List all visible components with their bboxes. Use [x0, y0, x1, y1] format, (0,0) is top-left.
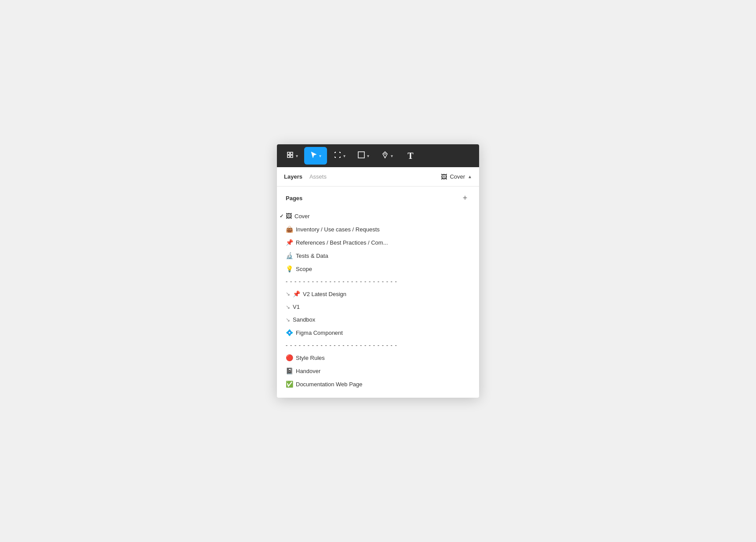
page-name-label: Tests & Data — [296, 253, 328, 259]
page-item-v1[interactable]: ↘V1 — [277, 300, 479, 313]
page-separator: - - - - - - - - - - - - - - - - - - - - … — [277, 339, 479, 351]
page-emoji-icon: 📓 — [286, 367, 293, 374]
page-item-tests[interactable]: 🔬Tests & Data — [277, 249, 479, 262]
svg-rect-2 — [287, 155, 290, 157]
pages-list: ✓🖼Cover👜Inventory / Use cases / Requests… — [277, 208, 479, 398]
text-icon: T — [407, 151, 413, 161]
page-name-label: Documentation Web Page — [296, 381, 363, 388]
page-item-documentation[interactable]: ✅Documentation Web Page — [277, 377, 479, 391]
page-name-label: Cover — [294, 213, 310, 220]
page-emoji-icon: 💡 — [286, 265, 293, 272]
pages-header: Pages + — [277, 187, 479, 208]
page-name-label: Figma Component — [296, 330, 343, 336]
page-emoji-icon: 🖼 — [286, 212, 292, 220]
page-emoji-icon: 👜 — [286, 226, 293, 233]
linked-page-arrow-icon: ↘ — [286, 304, 290, 310]
page-emoji-icon: 📌 — [286, 239, 293, 246]
panel-header: Layers Assets 🖼 Cover ▲ — [277, 167, 479, 187]
svg-point-13 — [384, 153, 385, 154]
page-separator: - - - - - - - - - - - - - - - - - - - - … — [277, 275, 479, 287]
page-emoji-icon: ✅ — [286, 381, 293, 388]
current-page-name: Cover — [450, 173, 465, 180]
pen-tool-button[interactable]: ▾ — [375, 147, 398, 165]
page-chevron-up-icon: ▲ — [468, 174, 472, 179]
frame-icon — [334, 151, 342, 161]
page-item-inventory[interactable]: 👜Inventory / Use cases / Requests — [277, 223, 479, 236]
page-active-checkmark: ✓ — [280, 213, 284, 219]
page-item-style-rules[interactable]: 🔴Style Rules — [277, 351, 479, 364]
panel-tabs: Layers Assets — [284, 172, 327, 181]
current-page-icon: 🖼 — [441, 173, 447, 180]
text-tool-button[interactable]: T — [399, 147, 422, 165]
page-item-v2[interactable]: ↘📌V2 Latest Design — [277, 287, 479, 300]
add-page-button[interactable]: + — [460, 193, 470, 203]
page-emoji-icon: 📌 — [293, 290, 300, 297]
frame-tool-button[interactable]: ▾ — [328, 147, 351, 165]
svg-rect-12 — [358, 152, 364, 158]
shape-tool-chevron: ▾ — [367, 154, 369, 158]
page-item-figma-component[interactable]: 💠Figma Component — [277, 326, 479, 339]
linked-page-arrow-icon: ↘ — [286, 291, 290, 297]
page-emoji-icon: 💠 — [286, 329, 293, 336]
page-name-label: V2 Latest Design — [303, 291, 346, 297]
assets-tab[interactable]: Assets — [309, 172, 327, 181]
shape-icon — [357, 151, 365, 161]
component-tool-button[interactable]: ▾ — [280, 147, 303, 165]
cursor-tool-chevron: ▾ — [319, 154, 321, 158]
linked-page-arrow-icon: ↘ — [286, 317, 290, 323]
page-emoji-icon: 🔴 — [286, 354, 293, 361]
frame-tool-chevron: ▾ — [343, 154, 345, 158]
cursor-tool-button[interactable]: ▾ — [304, 147, 327, 165]
component-tool-chevron: ▾ — [296, 154, 298, 158]
page-name-label: Scope — [296, 266, 312, 272]
pages-title: Pages — [286, 195, 302, 201]
cursor-icon — [310, 151, 317, 161]
svg-rect-0 — [287, 152, 290, 154]
current-page-indicator[interactable]: 🖼 Cover ▲ — [441, 173, 472, 180]
page-name-label: Inventory / Use cases / Requests — [296, 226, 380, 233]
page-item-references[interactable]: 📌References / Best Practices / Com... — [277, 236, 479, 249]
page-item-handover[interactable]: 📓Handover — [277, 364, 479, 377]
component-icon — [286, 151, 294, 161]
figma-window: ▾ ▾ — [277, 144, 479, 398]
separator-dashes: - - - - - - - - - - - - - - - - - - - - … — [286, 278, 397, 285]
pen-tool-chevron: ▾ — [391, 154, 393, 158]
svg-rect-1 — [291, 152, 293, 154]
page-name-label: Sandbox — [293, 316, 315, 323]
page-name-label: References / Best Practices / Com... — [296, 239, 388, 246]
svg-rect-3 — [291, 155, 293, 157]
toolbar: ▾ ▾ — [277, 144, 479, 167]
page-name-label: V1 — [293, 304, 300, 310]
pages-section: Pages + ✓🖼Cover👜Inventory / Use cases / … — [277, 187, 479, 398]
page-item-cover[interactable]: ✓🖼Cover — [277, 209, 479, 223]
pen-icon — [381, 151, 389, 161]
page-item-scope[interactable]: 💡Scope — [277, 262, 479, 275]
separator-dashes: - - - - - - - - - - - - - - - - - - - - … — [286, 342, 397, 348]
shape-tool-button[interactable]: ▾ — [352, 147, 374, 165]
page-emoji-icon: 🔬 — [286, 252, 293, 259]
page-name-label: Handover — [296, 368, 320, 374]
page-name-label: Style Rules — [296, 355, 325, 361]
layers-tab[interactable]: Layers — [284, 172, 302, 181]
page-item-sandbox[interactable]: ↘Sandbox — [277, 313, 479, 326]
